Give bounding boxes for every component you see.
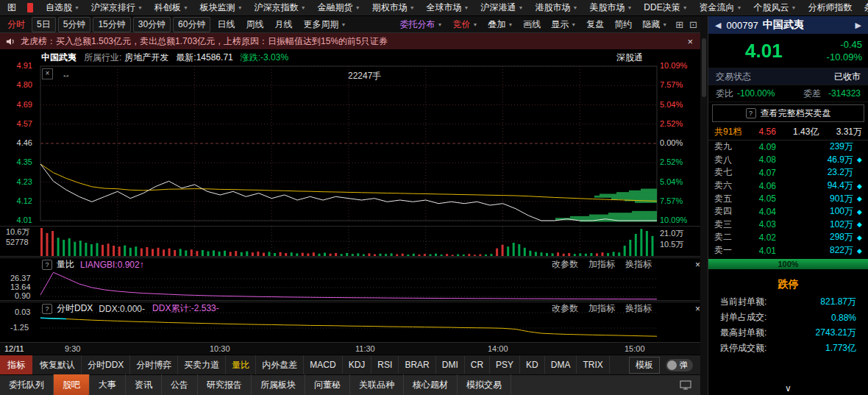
pane-button[interactable]: 改参数 <box>552 258 578 271</box>
indicator-tab[interactable]: PSY <box>490 356 520 374</box>
indicator-tab[interactable]: 量比 <box>226 355 256 375</box>
popup-toggle[interactable]: 弹 <box>666 359 693 371</box>
period-button[interactable]: 5分钟 <box>58 17 91 32</box>
sell-level-label: 卖七 <box>714 166 736 179</box>
tool-button[interactable]: 委托分布 ▼ <box>395 18 448 31</box>
top-menu-item[interactable]: 科创板 ▼ <box>149 1 194 14</box>
close-icon[interactable]: × <box>680 36 700 47</box>
close-icon[interactable]: × <box>695 260 700 270</box>
period-button[interactable]: 60分钟 <box>173 17 210 32</box>
help-icon[interactable]: ? <box>42 304 52 314</box>
indicator-tab[interactable]: KD <box>520 356 545 374</box>
sell-level-row[interactable]: 卖八 4.08 46.9万 ◆ <box>708 154 868 167</box>
top-menu-item[interactable]: 期权市场 ▼ <box>366 1 421 14</box>
bottom-nav-tab[interactable]: 研究报告 <box>198 374 252 395</box>
indicator-lead-tab[interactable]: 指标 <box>0 355 32 375</box>
top-menu-item[interactable]: 金融期货 ▼ <box>312 1 366 14</box>
top-menu-item[interactable]: 板块监测 ▼ <box>194 1 249 14</box>
top-menu-item[interactable]: 资金流向 ▼ <box>694 1 748 14</box>
indicator-tab[interactable]: BRAR <box>399 356 435 374</box>
period-button-label: 5日 <box>37 18 51 31</box>
period-button[interactable]: 月线 <box>270 18 296 32</box>
tool-button[interactable]: 画线 <box>518 18 546 31</box>
template-button[interactable]: 模板 <box>629 357 660 374</box>
period-button[interactable]: 更多周期 ▼ <box>299 18 350 32</box>
top-menu-item[interactable]: 全球市场 ▼ <box>421 1 475 14</box>
bottom-nav-tab[interactable]: 模拟交易 <box>458 374 511 395</box>
sell-level-row[interactable]: 卖一 4.01 822万 ◆ <box>708 244 868 257</box>
tool-button[interactable]: 竞价 ▼ <box>447 18 483 31</box>
indicator-tab[interactable]: MACD <box>304 356 342 374</box>
indicator-tab[interactable]: 内外盘差 <box>256 355 304 375</box>
full-orderbook-button[interactable]: ? 查看完整档买卖盘 <box>712 104 864 122</box>
tool-button[interactable]: 叠加 ▼ <box>483 18 518 31</box>
panel-collapse-chevron-icon[interactable]: ∨ <box>708 383 868 394</box>
bottom-nav-tab[interactable]: 大事 <box>90 374 126 395</box>
bottom-nav-tab[interactable]: 问董秘 <box>305 374 350 395</box>
sell-level-row[interactable]: 卖九 4.09 239万 <box>708 140 868 154</box>
price-axis-label: 4.01 <box>17 216 32 224</box>
top-menu-item[interactable]: 港股市场 ▼ <box>529 1 583 14</box>
bottom-nav-tab[interactable]: 所属板块 <box>252 374 305 395</box>
indicator-tab[interactable]: CR <box>465 356 490 374</box>
bottom-nav-tab[interactable]: 核心题材 <box>404 374 458 395</box>
indicator-tab[interactable]: KDJ <box>343 356 372 374</box>
pane-button[interactable]: 加指标 <box>588 302 615 315</box>
period-button[interactable]: 30分钟 <box>133 17 171 32</box>
tool-button[interactable]: 隐藏 ▼ <box>637 18 672 31</box>
top-menu-item[interactable]: 图 <box>1 1 22 14</box>
period-button[interactable]: 周线 <box>241 18 268 32</box>
bottom-nav-tab[interactable]: 股吧 <box>54 374 90 395</box>
prev-stock-icon[interactable]: ◀ <box>711 21 725 30</box>
indicator-tab[interactable]: 恢复默认 <box>34 355 82 375</box>
period-button[interactable]: 分时 <box>3 18 29 32</box>
period-button[interactable]: 5日 <box>32 17 56 32</box>
sell-level-row[interactable]: 卖二 4.02 298万 ◆ <box>708 231 868 244</box>
indicator-tab[interactable]: RSI <box>371 356 399 374</box>
bottom-nav-tab[interactable]: 关联品种 <box>350 374 404 395</box>
top-menu-item[interactable]: DDE决策 ▼ <box>638 1 693 14</box>
indicator-tab[interactable]: 分时DDX <box>82 355 130 375</box>
bottom-nav-tab[interactable]: 公告 <box>162 374 198 395</box>
scrollbar-thumb[interactable] <box>702 38 706 97</box>
top-menu-item[interactable]: 美股市场 ▼ <box>583 1 638 14</box>
fullscreen-icon[interactable]: ⊡ <box>689 19 697 30</box>
sell-level-row[interactable]: 卖六 4.06 94.4万 ◆ <box>708 179 868 193</box>
indicator-tab[interactable]: DMA <box>545 356 577 374</box>
top-menu-item[interactable]: 沪深京排行 ▼ <box>85 1 149 14</box>
close-icon[interactable]: × <box>695 304 700 314</box>
period-button[interactable]: 日线 <box>213 18 239 32</box>
indicator-tab[interactable]: DMI <box>436 356 465 374</box>
multi-screen-icon[interactable] <box>680 380 691 390</box>
vertical-scrollbar[interactable] <box>700 16 708 395</box>
help-icon[interactable]: ? <box>42 260 52 270</box>
period-button[interactable]: 15分钟 <box>93 17 130 32</box>
sell-level-row[interactable]: 卖七 4.07 23.2万 <box>708 166 868 179</box>
top-menu-item[interactable]: 自选股 ▼ <box>40 1 85 14</box>
top-menu-item[interactable]: 分析师指数 <box>802 1 858 14</box>
indicator-tab[interactable]: 买卖力道 <box>178 355 226 375</box>
bottom-nav-tab[interactable]: 委托队列 <box>0 374 54 395</box>
indicator-tab[interactable]: TRIX <box>577 356 609 374</box>
top-menu-item[interactable]: 条件选股 <box>858 1 868 14</box>
bottom-nav-tab[interactable]: 资讯 <box>126 374 162 395</box>
pane-button[interactable]: 改参数 <box>552 302 578 315</box>
indicator-tab[interactable]: 分时博弈 <box>130 355 178 375</box>
pane-button[interactable]: 换指标 <box>625 302 652 315</box>
top-menu-item[interactable]: 个股风云 ▼ <box>748 1 803 14</box>
top-menu-item-label: 科创板 <box>154 1 181 14</box>
tool-button[interactable]: 复盘 <box>581 18 609 31</box>
top-menu-item[interactable]: 沪深京指数 ▼ <box>249 1 312 14</box>
sell-level-row[interactable]: 卖五 4.05 901万 ◆ <box>708 192 868 205</box>
pane-button[interactable]: 加指标 <box>588 258 615 271</box>
next-stock-icon[interactable]: ▶ <box>852 21 865 30</box>
pane-button[interactable]: 换指标 <box>625 258 652 271</box>
sell-level-row[interactable]: 卖三 4.03 102万 ◆ <box>708 218 868 232</box>
grid-layout-icon[interactable]: ⊞ <box>675 19 683 30</box>
tool-button[interactable]: 简约 <box>609 18 637 31</box>
tool-button[interactable]: 显示 ▼ <box>546 18 581 31</box>
top-menu-item[interactable]: 沪深港通 ▼ <box>475 1 530 14</box>
sell-level-row[interactable]: 卖四 4.04 100万 ◆ <box>708 205 868 218</box>
top-menu-bar: 图 自选股 ▼ 沪深京排行 ▼ 科创板 ▼ 板块监测 ▼ <box>0 0 868 16</box>
intraday-chart-region[interactable]: 中国武夷 所属行业: 房地产开发 最新:14586.71 涨跌:-3.03% 深… <box>0 49 700 355</box>
